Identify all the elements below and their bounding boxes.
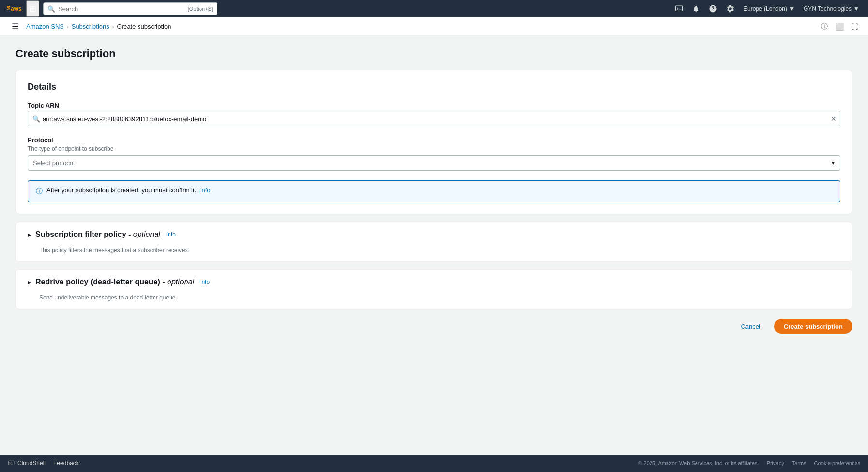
account-label: GYN Technologies — [804, 5, 852, 12]
redrive-policy-arrow-icon: ▶ — [28, 280, 31, 285]
feedback-button[interactable]: Feedback — [53, 460, 79, 467]
svg-rect-1 — [675, 6, 682, 11]
main-content: Create subscription Details Topic ARN 🔍 … — [0, 36, 868, 455]
footer-cookie-link[interactable]: Cookie preferences — [814, 460, 860, 466]
redrive-policy-card: ▶ Redrive policy (dead-letter queue) - o… — [16, 269, 852, 309]
cloudshell-footer-button[interactable]: CloudShell — [8, 460, 46, 467]
aws-logo[interactable]: aws — [5, 3, 22, 14]
topic-arn-input-wrapper: 🔍 ✕ — [28, 111, 840, 126]
footer-right: © 2025, Amazon Web Services, Inc. or its… — [638, 460, 860, 466]
redrive-policy-subtitle: Send undeliverable messages to a dead-le… — [16, 294, 852, 309]
nav-right-actions: Europe (London) ▼ GYN Technologies ▼ — [671, 1, 863, 16]
page-footer: CloudShell Feedback © 2025, Amazon Web S… — [0, 455, 868, 472]
split-view-icon[interactable]: ⬜ — [834, 21, 846, 32]
sidebar-toggle-button[interactable]: ☰ — [8, 20, 22, 33]
top-navigation: aws ⊞ 🔍 [Option+S] — [0, 0, 868, 17]
filter-policy-subtitle: This policy filters the messages that a … — [16, 247, 852, 261]
breadcrumb-sep-2: › — [112, 24, 114, 30]
search-shortcut: [Option+S] — [188, 6, 213, 12]
breadcrumb-sns-link[interactable]: Amazon SNS — [26, 23, 64, 30]
info-banner-text: After your subscription is created, you … — [46, 187, 211, 194]
footer-copyright: © 2025, Amazon Web Services, Inc. or its… — [638, 460, 759, 466]
protocol-group: Protocol The type of endpoint to subscri… — [28, 136, 840, 171]
help-icon-btn[interactable] — [705, 1, 721, 16]
search-bar: 🔍 [Option+S] — [43, 2, 217, 15]
region-label: Europe (London) — [744, 5, 787, 12]
breadcrumb-subscriptions-link[interactable]: Subscriptions — [72, 23, 109, 30]
secondary-nav-right: ⓘ ⬜ ⛶ — [819, 20, 860, 33]
form-actions: Cancel Create subscription — [16, 319, 852, 334]
topic-arn-label: Topic ARN — [28, 102, 840, 109]
protocol-label: Protocol — [28, 136, 840, 143]
breadcrumb: Amazon SNS › Subscriptions › Create subs… — [26, 23, 171, 30]
topic-arn-input[interactable] — [28, 111, 840, 126]
topic-arn-clear-button[interactable]: ✕ — [831, 115, 837, 123]
region-selector[interactable]: Europe (London) ▼ — [740, 3, 799, 14]
secondary-navigation: ☰ Amazon SNS › Subscriptions › Create su… — [0, 17, 868, 36]
create-subscription-button[interactable]: Create subscription — [774, 319, 852, 334]
info-banner: ⓘ After your subscription is created, yo… — [28, 180, 840, 202]
footer-terms-link[interactable]: Terms — [792, 460, 806, 466]
redrive-policy-title: Redrive policy (dead-letter queue) - opt… — [35, 278, 194, 286]
filter-policy-title: Subscription filter policy - optional — [35, 230, 160, 239]
info-banner-icon: ⓘ — [36, 187, 43, 196]
protocol-select-wrapper: Select protocol HTTP HTTPS Email Email-J… — [28, 155, 840, 171]
search-icon: 🔍 — [47, 5, 55, 13]
cloudshell-label: CloudShell — [17, 460, 46, 467]
region-dropdown-icon: ▼ — [789, 5, 795, 12]
fullscreen-icon[interactable]: ⛶ — [850, 21, 860, 32]
topic-arn-group: Topic ARN 🔍 ✕ — [28, 102, 840, 126]
page-title: Create subscription — [16, 47, 852, 60]
redrive-policy-header[interactable]: ▶ Redrive policy (dead-letter queue) - o… — [16, 270, 852, 294]
cancel-button[interactable]: Cancel — [733, 319, 768, 334]
protocol-select[interactable]: Select protocol HTTP HTTPS Email Email-J… — [28, 155, 840, 171]
redrive-policy-info-link[interactable]: Info — [200, 279, 210, 285]
account-dropdown-icon: ▼ — [853, 5, 859, 12]
notifications-icon-btn[interactable] — [688, 1, 704, 16]
filter-policy-card: ▶ Subscription filter policy - optional … — [16, 222, 852, 262]
details-card: Details Topic ARN 🔍 ✕ Protocol The type … — [16, 70, 852, 214]
topic-arn-search-icon: 🔍 — [32, 115, 40, 123]
search-input[interactable] — [58, 5, 165, 13]
info-circle-icon[interactable]: ⓘ — [819, 20, 830, 33]
footer-privacy-link[interactable]: Privacy — [767, 460, 784, 466]
info-banner-link[interactable]: Info — [200, 187, 211, 194]
filter-policy-header[interactable]: ▶ Subscription filter policy - optional … — [16, 222, 852, 247]
filter-policy-arrow-icon: ▶ — [28, 232, 31, 237]
protocol-sublabel: The type of endpoint to subscribe — [28, 145, 840, 152]
breadcrumb-current: Create subscription — [117, 23, 171, 30]
services-menu-button[interactable]: ⊞ — [26, 0, 39, 17]
svg-text:aws: aws — [11, 5, 22, 12]
settings-icon-btn[interactable] — [722, 1, 739, 16]
account-menu[interactable]: GYN Technologies ▼ — [800, 3, 863, 14]
filter-policy-info-link[interactable]: Info — [166, 231, 176, 238]
details-card-title: Details — [28, 82, 840, 92]
cloudshell-icon-btn[interactable] — [671, 1, 687, 16]
breadcrumb-sep-1: › — [67, 24, 69, 30]
svg-rect-3 — [8, 461, 14, 465]
